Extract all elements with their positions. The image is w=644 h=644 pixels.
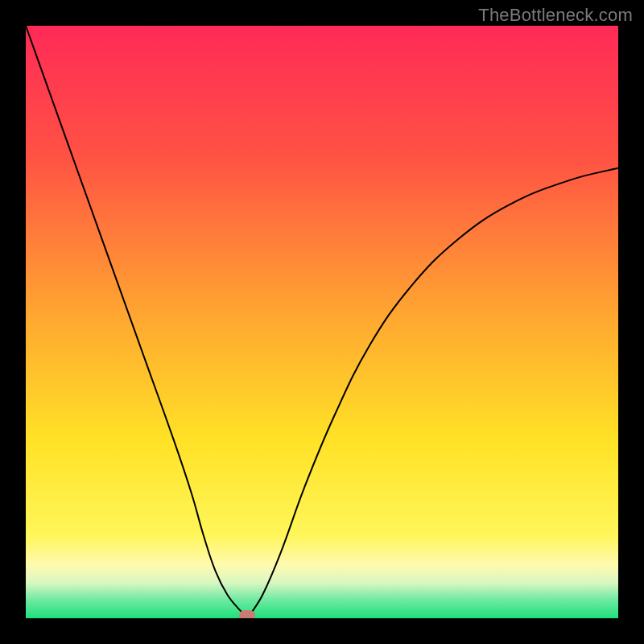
minimum-marker <box>239 610 255 618</box>
bottleneck-curve <box>26 26 618 618</box>
chart-frame: TheBottleneck.com <box>0 0 644 644</box>
plot-area <box>26 26 618 618</box>
watermark-text: TheBottleneck.com <box>478 5 633 26</box>
